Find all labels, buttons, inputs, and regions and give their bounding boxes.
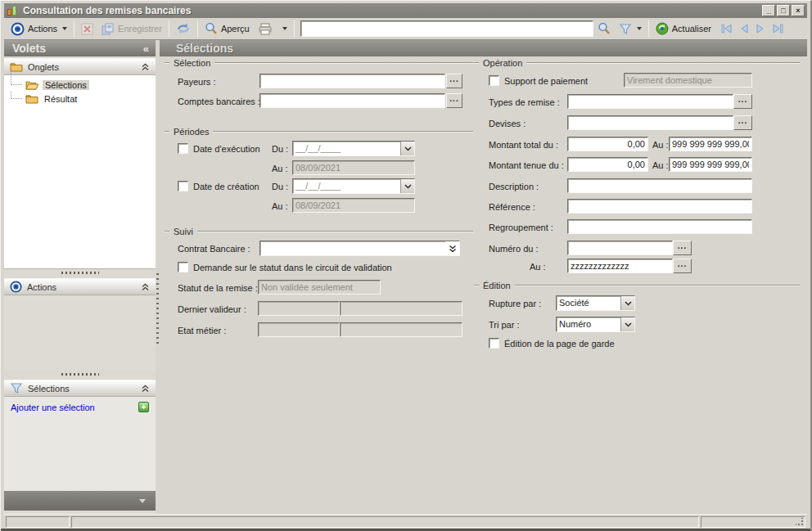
last-record-icon[interactable] (771, 23, 784, 34)
date-execution-du-combo[interactable]: __/__/____ (292, 141, 415, 156)
search-icon (598, 22, 611, 35)
support-paiement-label: Support de paiement (504, 76, 588, 86)
chevron-down-icon[interactable] (400, 179, 414, 193)
resize-grip[interactable] (796, 518, 804, 526)
refresh-button[interactable] (172, 20, 195, 38)
main-panel-title: Sélections (160, 40, 807, 56)
search-input[interactable] (300, 20, 593, 37)
reference-input[interactable] (567, 199, 752, 214)
devises-input[interactable] (567, 115, 733, 130)
panel-splitter[interactable] (4, 371, 156, 378)
group-periodes-title: Périodes (174, 127, 209, 137)
delete-button[interactable] (77, 20, 97, 38)
demande-statut-checkbox[interactable] (178, 262, 188, 272)
montant-tenue-max-input[interactable] (669, 157, 752, 172)
selections-section-body (4, 416, 156, 491)
maximize-button[interactable]: □ (777, 5, 790, 16)
description-input[interactable] (567, 178, 752, 193)
montant-total-max-input[interactable] (669, 137, 752, 151)
preview-button[interactable]: Aperçu (201, 20, 254, 38)
statut-remise-label: Statut de la remise : (178, 283, 258, 293)
numero-du-label: Numéro du : (489, 244, 539, 254)
description-label: Description : (489, 182, 539, 191)
chevron-down-icon (139, 499, 146, 503)
print-button[interactable] (254, 20, 277, 38)
etat-metier-label: Etat métier : (178, 326, 226, 335)
support-paiement-row: Support de paiement (489, 75, 588, 86)
collapse-section-icon[interactable] (141, 283, 150, 291)
dernier-valideur-label: Dernier valideur : (178, 304, 246, 314)
refresh-data-label: Actualiser (672, 24, 711, 34)
first-record-icon[interactable] (720, 23, 733, 34)
tree-item-label[interactable]: Sélections (43, 80, 89, 90)
sidebar-title: Volets (12, 42, 46, 55)
collapse-section-icon[interactable] (141, 63, 150, 71)
chevron-down-icon (62, 27, 67, 30)
date-creation-checkbox[interactable] (178, 181, 188, 191)
group-suivi: Suivi (165, 227, 473, 236)
collapse-section-icon[interactable] (141, 385, 150, 393)
collapse-sidebar-icon[interactable]: « (143, 43, 149, 55)
funnel-icon (10, 382, 23, 394)
previous-record-icon[interactable] (738, 23, 750, 34)
date-execution-label: Date d'exécution (193, 144, 260, 154)
chevron-down-icon[interactable] (400, 142, 414, 155)
filter-button[interactable] (615, 20, 646, 38)
sidebar-footer-bar[interactable] (4, 491, 156, 511)
group-selection: Sélection (165, 58, 473, 68)
montant-total-min-input[interactable] (567, 137, 648, 151)
next-record-icon[interactable] (755, 23, 766, 34)
search-button[interactable] (593, 20, 615, 38)
date-execution-row: Date d'exécution (178, 143, 260, 154)
devises-label: Devises : (489, 119, 526, 128)
du-label: Du : (272, 144, 288, 154)
dernier-valideur-input-1 (258, 301, 340, 316)
tree-item-selections[interactable]: Sélections (4, 78, 156, 92)
tree-item-label[interactable]: Résultat (42, 94, 79, 104)
save-button[interactable]: Enregistrer (97, 20, 166, 38)
montant-tenue-min-input[interactable] (567, 157, 648, 172)
tri-par-select[interactable]: Numéro (556, 317, 635, 332)
magnifier-icon (205, 22, 218, 35)
save-icon (102, 23, 115, 35)
sidebar-volets: Volets « Onglets Sélections (4, 40, 156, 514)
comptes-browse-button[interactable]: ... (446, 93, 462, 108)
date-creation-du-combo[interactable]: __/__/____ (292, 178, 415, 194)
payeurs-input[interactable] (259, 74, 445, 88)
selections-section-header[interactable]: Sélections (4, 380, 156, 397)
date-execution-checkbox[interactable] (178, 143, 188, 154)
double-chevron-down-icon[interactable] (445, 241, 459, 255)
onglets-section-header[interactable]: Onglets (4, 58, 156, 75)
rupture-par-select[interactable]: Société (556, 295, 635, 311)
add-plus-icon[interactable]: + (138, 402, 149, 412)
contrat-combo[interactable] (259, 241, 460, 256)
numero-au-input[interactable] (567, 259, 673, 273)
support-paiement-checkbox[interactable] (489, 75, 499, 86)
payeurs-browse-button[interactable]: ... (446, 74, 462, 88)
actions-section-header[interactable]: Actions (4, 278, 156, 295)
numero-au-browse-button[interactable]: ... (673, 259, 692, 273)
tree-connector (11, 71, 22, 85)
comptes-input[interactable] (259, 93, 445, 108)
add-selection-link[interactable]: Ajouter une sélection (11, 403, 95, 412)
regroupement-input[interactable] (567, 219, 752, 234)
close-button[interactable]: × (792, 5, 805, 16)
panel-splitter[interactable] (4, 269, 156, 277)
types-remise-input[interactable] (567, 94, 733, 109)
actions-menu-button[interactable]: Actions (7, 20, 71, 38)
open-folder-icon (25, 79, 39, 90)
toolbar-separator (197, 20, 198, 37)
types-remise-browse-button[interactable]: ... (733, 94, 752, 109)
numero-du-browse-button[interactable]: ... (673, 241, 692, 255)
chevron-down-icon[interactable] (620, 317, 634, 331)
page-garde-checkbox[interactable] (489, 338, 499, 349)
numero-du-input[interactable] (567, 241, 673, 255)
du-label: Du : (272, 182, 288, 191)
devises-browse-button[interactable]: ... (733, 115, 752, 130)
refresh-icon (176, 22, 191, 35)
minimize-button[interactable]: _ (762, 5, 775, 16)
tree-item-resultat[interactable]: Résultat (4, 92, 156, 106)
refresh-data-button[interactable]: Actualiser (652, 20, 715, 38)
print-options-button[interactable] (277, 20, 291, 38)
chevron-down-icon[interactable] (620, 296, 634, 310)
